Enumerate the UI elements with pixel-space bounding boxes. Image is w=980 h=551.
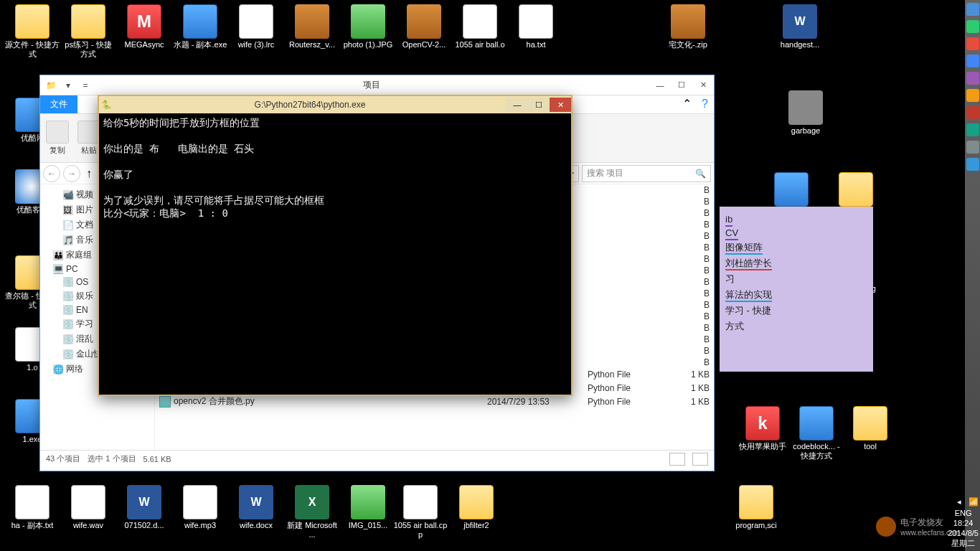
console-window: 🐍 G:\Python27bit64\python.exe — ☐ ✕ 给你5秒… [98, 95, 573, 396]
desktop-icon[interactable]: garbage [778, 90, 833, 136]
minimize-button[interactable]: — [507, 98, 528, 112]
forward-button[interactable]: → [63, 165, 80, 182]
desktop-icon[interactable]: 宅文化-.zip [661, 4, 715, 50]
desktop-icon[interactable]: IMG_015... [341, 485, 395, 530]
desktop-icon[interactable]: wife.mp3 [173, 485, 227, 530]
desktop-icon[interactable]: k快用苹果助手 [735, 406, 790, 451]
back-button[interactable]: ← [43, 165, 60, 182]
search-input[interactable]: 搜索 项目🔍 [582, 165, 711, 182]
watermark-logo-icon [876, 517, 896, 537]
desktop-icon[interactable]: jbfilter2 [449, 485, 504, 530]
dock-item[interactable] [966, 37, 979, 50]
dock-item[interactable] [966, 55, 979, 67]
close-button[interactable]: ✕ [550, 98, 571, 112]
desktop-icon[interactable]: tool [843, 406, 897, 451]
qat-btn[interactable]: ▾ [60, 77, 76, 93]
explorer-title: 项目 [93, 79, 649, 91]
desktop-icon[interactable]: codeblock... - 快捷方式 [789, 406, 844, 461]
network-icon[interactable]: 📶 [969, 496, 979, 507]
close-button[interactable]: ✕ [692, 77, 714, 93]
dock-item[interactable] [966, 89, 979, 102]
desktop-icon[interactable]: ha - 副本.txt [5, 485, 60, 530]
desktop-icon[interactable]: wife.wav [61, 485, 116, 530]
tray-icon[interactable]: ◂ [954, 496, 964, 507]
desktop-icon[interactable]: 水题 - 副本.exe [173, 4, 227, 50]
status-count: 43 个项目 [46, 453, 80, 464]
desktop-icon[interactable]: ps练习 - 快捷方式 [61, 4, 116, 59]
desktop-icon[interactable]: Whandgest... [773, 4, 827, 50]
tray-day: 星期二 [948, 538, 979, 548]
console-title: G:\Python27bit64\python.exe [113, 100, 507, 110]
file-row[interactable]: opencv2 合并颜色.py2014/7/29 13:53Python Fil… [155, 395, 714, 408]
side-dock[interactable] [965, 0, 980, 551]
desktop-icon[interactable]: wife (3).lrc [229, 4, 283, 50]
python-icon: 🐍 [99, 100, 113, 110]
desktop-icon[interactable]: photo (1).JPG [341, 4, 395, 50]
help-icon[interactable]: ? [696, 95, 714, 113]
desktop-icon[interactable]: Wwife.docx [229, 485, 283, 530]
dock-item[interactable] [966, 141, 979, 154]
desktop-icon[interactable]: ha.txt [509, 4, 563, 50]
maximize-button[interactable]: ☐ [671, 77, 692, 93]
dock-item[interactable] [966, 20, 979, 33]
desktop-icon[interactable]: 1055 air ball.cpp [393, 485, 448, 540]
status-size: 5.61 KB [143, 455, 171, 463]
explorer-titlebar[interactable]: 📁 ▾ = 项目 — ☐ ✕ [40, 75, 714, 95]
view-details-button[interactable] [669, 453, 685, 466]
view-icons-button[interactable] [692, 453, 708, 466]
console-titlebar[interactable]: 🐍 G:\Python27bit64\python.exe — ☐ ✕ [99, 96, 571, 113]
tab-file[interactable]: 文件 [40, 95, 77, 113]
minimize-button[interactable]: — [649, 77, 671, 93]
watermark: 电子发烧友 www.elecfans.com [876, 517, 960, 537]
dock-item[interactable] [966, 3, 979, 16]
up-button[interactable]: ↑ [83, 167, 95, 180]
ribbon-collapse-icon[interactable]: ⌃ [678, 94, 696, 113]
desktop-icon[interactable]: 源文件 - 快捷方式 [5, 4, 60, 59]
dock-item[interactable] [966, 158, 979, 171]
dock-item[interactable] [966, 106, 979, 119]
maximize-button[interactable]: ☐ [528, 98, 550, 112]
status-selection: 选中 1 个项目 [88, 453, 136, 464]
desktop-icon[interactable]: MMEGAsync [117, 4, 171, 50]
dock-item[interactable] [966, 123, 979, 136]
folder-icon: 📁 [43, 77, 59, 93]
copy-button[interactable]: 复制 [46, 121, 69, 156]
desktop-icon[interactable]: 1055 air ball.o [453, 4, 507, 50]
dock-item[interactable] [966, 72, 979, 85]
qat-btn[interactable]: = [77, 77, 93, 93]
desktop-icon[interactable]: Routersz_v... [285, 4, 339, 50]
desktop-icon[interactable]: W071502.d... [117, 485, 171, 530]
console-output: 给你5秒的时间把手放到方框的位置 你出的是 布 电脑出的是 石头 你赢了 为了减… [99, 113, 571, 222]
desktop-icon[interactable]: X新建 Microsoft ... [285, 485, 339, 540]
desktop-icon[interactable]: program,sci [729, 485, 783, 530]
sticky-note[interactable]: ibCV图像矩阵刘杜皓学长习算法的实现学习 - 快捷方式 [720, 207, 873, 372]
desktop-icon[interactable]: OpenCV-2... [397, 4, 451, 50]
